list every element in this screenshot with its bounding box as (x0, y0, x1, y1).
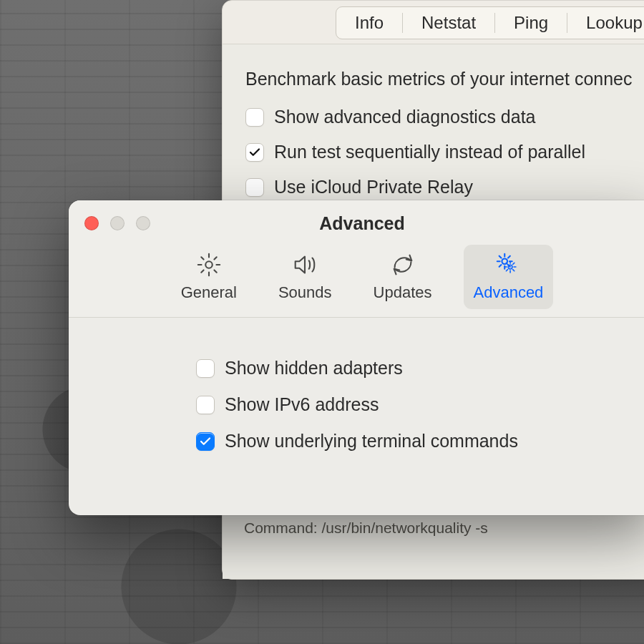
speaker-icon (291, 250, 319, 279)
option-label: Run test sequentially instead of paralle… (274, 142, 585, 162)
gears-icon (494, 250, 522, 279)
window-title: Advanced (69, 213, 644, 234)
checkbox[interactable] (245, 108, 264, 127)
checkbox[interactable] (196, 432, 215, 451)
checkbox[interactable] (196, 396, 215, 414)
tab-netstat[interactable]: Netstat (403, 7, 494, 39)
checkbox[interactable] (245, 178, 264, 197)
tab-ping[interactable]: Ping (495, 7, 567, 39)
preferences-body: Show hidden adapters Show IPv6 address S… (69, 318, 644, 452)
titlebar: Advanced General Sounds Updates (69, 200, 644, 318)
tab-lookup[interactable]: Lookup (567, 7, 644, 39)
tab-bar: Info Netstat Ping Lookup (336, 6, 644, 39)
checkbox[interactable] (196, 359, 215, 378)
option-ipv6-address[interactable]: Show IPv6 address (196, 394, 644, 415)
refresh-icon (389, 250, 417, 279)
option-run-sequentially[interactable]: Run test sequentially instead of paralle… (245, 142, 644, 162)
command-footer: Command: /usr/bin/networkquality -s (244, 519, 644, 537)
toolbar-sounds[interactable]: Sounds (268, 245, 342, 309)
preferences-toolbar: General Sounds Updates (69, 242, 644, 309)
toolbar-label: Advanced (474, 283, 544, 302)
toolbar-label: Updates (374, 283, 432, 302)
preferences-window: Advanced General Sounds Updates (69, 200, 644, 515)
option-label: Show IPv6 address (225, 394, 379, 415)
checkbox[interactable] (245, 143, 264, 162)
gear-icon (195, 250, 223, 279)
option-label: Show underlying terminal commands (225, 431, 518, 452)
toolbar-label: Sounds (278, 283, 332, 302)
toolbar-label: General (181, 283, 237, 302)
toolbar-general[interactable]: General (171, 245, 247, 309)
option-hidden-adapters[interactable]: Show hidden adapters (196, 358, 644, 379)
option-label: Show hidden adapters (225, 358, 403, 379)
option-terminal-commands[interactable]: Show underlying terminal commands (196, 431, 644, 452)
tab-info[interactable]: Info (336, 7, 402, 39)
toolbar-advanced[interactable]: Advanced (464, 245, 554, 309)
option-icloud-relay[interactable]: Use iCloud Private Relay (245, 177, 644, 197)
svg-point-0 (205, 261, 213, 268)
section-heading: Benchmark basic metrics of your internet… (245, 69, 644, 89)
option-advanced-diagnostics[interactable]: Show advanced diagnostics data (245, 107, 644, 127)
option-label: Show advanced diagnostics data (274, 107, 536, 127)
option-label: Use iCloud Private Relay (274, 177, 473, 197)
toolbar-updates[interactable]: Updates (364, 245, 442, 309)
